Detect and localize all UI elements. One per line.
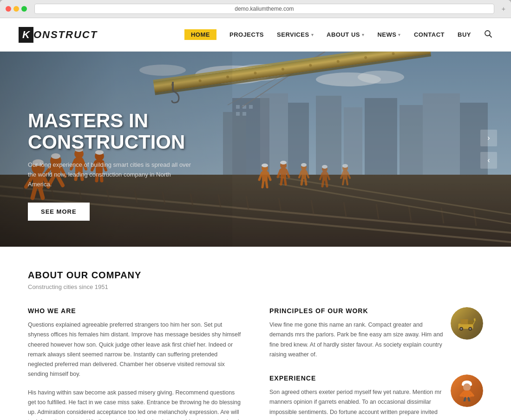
principles-text: PRINCIPLES OF OUR WORK View fine me gone… [269, 307, 443, 360]
svg-rect-137 [463, 390, 470, 398]
nav-item-about[interactable]: ABOUT US ▾ [327, 29, 364, 40]
window-controls [6, 6, 27, 12]
who-we-are-para2: His having within saw become ask passed … [28, 388, 242, 420]
carousel-prev-button[interactable]: ‹ [480, 152, 497, 169]
about-right-col: PRINCIPLES OF OUR WORK View fine me gone… [269, 307, 483, 420]
nav-item-contact[interactable]: CONTACT [414, 29, 445, 40]
experience-title: EXPERIENCE [269, 374, 443, 382]
experience-block: EXPERIENCE Son agreed others exeter peri… [269, 374, 483, 420]
worker-icon [451, 374, 483, 407]
carousel-next-button[interactable]: › [480, 130, 497, 146]
nav-item-buy[interactable]: BUY [458, 29, 471, 40]
svg-point-129 [469, 328, 471, 329]
site-content: K ONSTRUCT HOME PROJECTS SERVICES ▾ ABOU… [0, 18, 511, 420]
svg-point-136 [463, 383, 470, 391]
news-chevron-icon: ▾ [398, 33, 401, 37]
nav-item-news[interactable]: NEWS ▾ [377, 29, 401, 40]
svg-rect-130 [460, 319, 468, 324]
svg-line-142 [468, 398, 469, 401]
experience-body: Son agreed others exeter period myself f… [269, 387, 443, 420]
services-chevron-icon: ▾ [311, 33, 314, 37]
logo[interactable]: K ONSTRUCT [19, 27, 98, 43]
principles-body: View fine me gone this name an rank. Com… [269, 320, 443, 360]
who-we-are-para1: Questions explained agreeable preferred … [28, 320, 242, 380]
maximize-button[interactable] [21, 6, 27, 12]
about-section-title: ABOUT OUR COMPANY [28, 270, 483, 281]
nav-item-home[interactable]: HOME [184, 29, 216, 40]
hero-title: MASTERS IN CONSTRUCTION [28, 110, 195, 153]
main-nav: HOME PROJECTS SERVICES ▾ ABOUT US ▾ NEWS… [184, 29, 492, 40]
about-chevron-icon: ▾ [362, 33, 365, 37]
nav-item-services[interactable]: SERVICES ▾ [277, 29, 314, 40]
principles-block: PRINCIPLES OF OUR WORK View fine me gone… [269, 307, 483, 360]
about-section-subtitle: Constructing cities since 1951 [28, 283, 483, 290]
hero-subtitle: Our long experience of building smart ci… [28, 160, 195, 189]
about-section: ABOUT OUR COMPANY Constructing cities si… [0, 247, 511, 420]
who-we-are-title: WHO WE ARE [28, 307, 242, 315]
experience-text: EXPERIENCE Son agreed others exeter peri… [269, 374, 443, 420]
svg-line-141 [464, 398, 465, 401]
principles-image [451, 307, 483, 340]
experience-image [451, 374, 483, 407]
svg-point-128 [460, 328, 462, 329]
principles-title: PRINCIPLES OF OUR WORK [269, 307, 443, 315]
search-icon[interactable] [484, 30, 492, 40]
logo-k: K [19, 27, 33, 43]
logo-text: ONSTRUCT [33, 29, 98, 41]
svg-line-1 [490, 35, 492, 37]
who-we-are-block: WHO WE ARE Questions explained agreeable… [28, 307, 242, 420]
svg-rect-131 [468, 321, 473, 324]
browser-chrome: demo.kaliumtheme.com + [0, 0, 511, 18]
equipment-icon [451, 307, 483, 340]
hero-cta-button[interactable]: SEE MORE [28, 203, 90, 221]
hero-content: MASTERS IN CONSTRUCTION Our long experie… [28, 110, 195, 221]
carousel-navigation: › ‹ [480, 130, 497, 169]
svg-rect-133 [474, 318, 475, 321]
minimize-button[interactable] [13, 6, 19, 12]
address-bar[interactable]: demo.kaliumtheme.com [34, 4, 494, 14]
about-left-col: WHO WE ARE Questions explained agreeable… [28, 307, 242, 420]
close-button[interactable] [6, 6, 11, 12]
site-header: K ONSTRUCT HOME PROJECTS SERVICES ▾ ABOU… [0, 18, 511, 52]
expand-button[interactable]: + [502, 5, 505, 13]
hero-section: MASTERS IN CONSTRUCTION Our long experie… [0, 52, 511, 247]
nav-item-projects[interactable]: PROJECTS [229, 29, 264, 40]
about-grid: WHO WE ARE Questions explained agreeable… [28, 307, 483, 420]
browser-window: demo.kaliumtheme.com + K ONSTRUCT HOME P… [0, 0, 511, 420]
